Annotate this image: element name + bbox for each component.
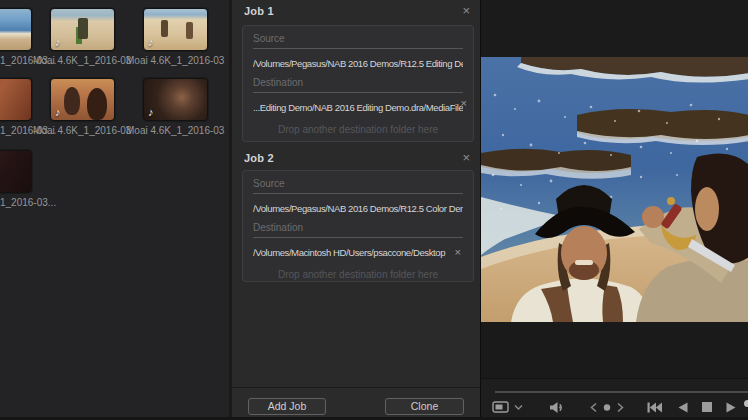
stop-button[interactable] bbox=[698, 399, 716, 415]
music-note-icon: ♪ bbox=[55, 37, 61, 48]
destination-path: /Volumes/Macintosh HD/Users/psaccone/Des… bbox=[253, 247, 463, 258]
remove-destination-icon[interactable]: × bbox=[455, 247, 461, 258]
media-thumbnail[interactable] bbox=[0, 150, 32, 193]
media-thumbnail[interactable] bbox=[0, 78, 32, 121]
job-title: Job 1 bbox=[244, 5, 472, 17]
go-to-start-button[interactable] bbox=[645, 399, 663, 415]
viewer-lower-spacer bbox=[481, 322, 748, 378]
viewer-panel bbox=[480, 0, 748, 420]
video-scene-pirates-beach bbox=[481, 57, 748, 322]
play-reverse-button[interactable] bbox=[674, 399, 692, 415]
timeline-scrubber[interactable] bbox=[495, 391, 748, 393]
clip-display-icon bbox=[492, 401, 509, 413]
job-title: Job 2 bbox=[244, 152, 472, 164]
play-reverse-icon bbox=[678, 402, 688, 413]
play-forward-button[interactable] bbox=[722, 399, 740, 415]
jog-icons bbox=[590, 402, 624, 413]
media-pool-cell: ♪ Moai 4.6K_1_2016-03... bbox=[50, 8, 115, 70]
music-note-icon: ♪ bbox=[55, 107, 61, 118]
music-note-icon: ♪ bbox=[148, 107, 154, 118]
music-note-icon: ♪ bbox=[148, 37, 154, 48]
clip-display-button[interactable] bbox=[491, 399, 509, 415]
media-pool-cell: 1_2016-03... bbox=[0, 150, 32, 212]
chevron-down-icon[interactable] bbox=[509, 399, 527, 415]
clone-button[interactable]: Clone bbox=[385, 398, 464, 415]
source-label: Source bbox=[253, 33, 463, 49]
drop-destination-zone[interactable]: Drop another destination folder here bbox=[253, 124, 463, 135]
media-thumbnail[interactable]: ♪ bbox=[143, 78, 208, 121]
media-thumbnail-label: Moai 4.6K_1_2016-03... bbox=[33, 125, 132, 136]
jog-control[interactable] bbox=[589, 399, 625, 415]
remove-destination-icon[interactable]: × bbox=[461, 98, 467, 109]
go-to-start-icon bbox=[647, 402, 662, 413]
playhead-handle[interactable] bbox=[744, 400, 748, 407]
media-thumbnail[interactable]: ♪ bbox=[50, 78, 115, 121]
transport-bar bbox=[481, 378, 748, 420]
job2-header: Job 2 × bbox=[244, 152, 472, 170]
destination-path: ...Editing Demo/NAB 2016 Editing Demo.dr… bbox=[253, 102, 463, 113]
volume-button[interactable] bbox=[547, 399, 565, 415]
media-thumbnail-label: Moai 4.6K_1_2016-03... bbox=[126, 125, 225, 136]
clone-footer: Add Job Clone bbox=[232, 387, 480, 420]
stop-icon bbox=[702, 402, 712, 412]
job2-card: Source /Volumes/Pegasus/NAB 2016 Demos/R… bbox=[242, 170, 474, 282]
video-frame bbox=[481, 57, 748, 322]
speaker-icon bbox=[549, 401, 564, 414]
play-forward-icon bbox=[726, 402, 736, 413]
media-thumbnail-label: 1_2016-03... bbox=[0, 197, 62, 208]
media-thumbnail[interactable]: ♪ bbox=[143, 8, 208, 51]
destination-label: Destination bbox=[253, 222, 463, 238]
drop-destination-zone[interactable]: Drop another destination folder here bbox=[253, 269, 463, 280]
media-pool-cell: ♪ Moai 4.6K_1_2016-03... bbox=[143, 8, 208, 70]
media-thumbnail-label: Moai 4.6K_1_2016-03... bbox=[126, 55, 225, 66]
media-thumbnail[interactable] bbox=[0, 8, 32, 51]
source-path: /Volumes/Pegasus/NAB 2016 Demos/R12.5 Co… bbox=[253, 203, 463, 214]
clone-tool-window: 1_2016-03... ♪ Moai 4.6K_1_2016-03... ♪ … bbox=[0, 0, 748, 420]
source-label: Source bbox=[253, 178, 463, 194]
media-pool-cell: 1_2016-03... bbox=[0, 78, 32, 140]
close-icon[interactable]: × bbox=[462, 4, 470, 18]
viewer-header bbox=[481, 0, 748, 57]
media-pool-panel: 1_2016-03... ♪ Moai 4.6K_1_2016-03... ♪ … bbox=[0, 0, 229, 420]
destination-label: Destination bbox=[253, 77, 463, 93]
add-job-button[interactable]: Add Job bbox=[248, 398, 326, 415]
destination-row: /Volumes/Macintosh HD/Users/psaccone/Des… bbox=[253, 247, 463, 258]
close-icon[interactable]: × bbox=[462, 151, 470, 165]
job1-card: Source /Volumes/Pegasus/NAB 2016 Demos/R… bbox=[242, 25, 474, 142]
media-pool-cell: ♪ Moai 4.6K_1_2016-03... bbox=[143, 78, 208, 140]
clone-jobs-panel: Job 1 × Source /Volumes/Pegasus/NAB 2016… bbox=[232, 0, 480, 420]
job1-header: Job 1 × bbox=[244, 5, 472, 23]
media-thumbnail[interactable]: ♪ bbox=[50, 8, 115, 51]
media-pool-cell: ♪ Moai 4.6K_1_2016-03... bbox=[50, 78, 115, 140]
media-thumbnail-label: Moai 4.6K_1_2016-03... bbox=[33, 55, 132, 66]
destination-row: ...Editing Demo/NAB 2016 Editing Demo.dr… bbox=[253, 102, 463, 113]
media-pool-cell: 1_2016-03... bbox=[0, 8, 32, 70]
source-path: /Volumes/Pegasus/NAB 2016 Demos/R12.5 Ed… bbox=[253, 58, 463, 69]
